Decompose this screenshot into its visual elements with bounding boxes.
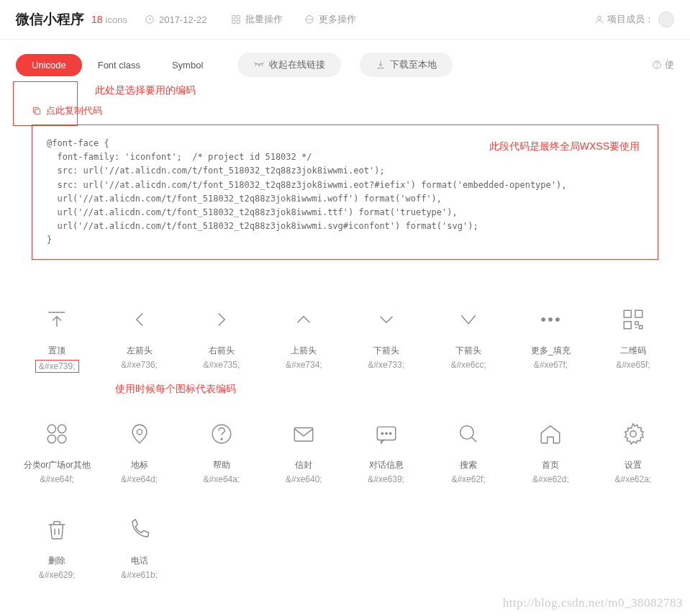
icon-grid-row1: 置顶 &#xe739; 左箭头 &#xe736; 右箭头 &#xe735; 上箭… bbox=[0, 274, 690, 380]
icon-count-label: icons bbox=[106, 14, 127, 25]
icon-envelope[interactable]: 信封 &#xe640; bbox=[263, 417, 345, 484]
icon-pin-top[interactable]: 置顶 &#xe739; bbox=[16, 303, 98, 373]
svg-rect-16 bbox=[624, 310, 631, 317]
icon-settings[interactable]: 设置 &#xe62a; bbox=[592, 417, 674, 484]
icon-count: 18 bbox=[91, 14, 103, 25]
category-icon bbox=[45, 417, 69, 450]
svg-rect-1 bbox=[232, 16, 235, 19]
svg-point-32 bbox=[630, 430, 637, 437]
dots-icon bbox=[538, 303, 563, 336]
more-icon bbox=[304, 14, 314, 24]
icon-arrow-down[interactable]: 下箭头 &#xe733; bbox=[345, 303, 427, 373]
message-icon bbox=[374, 417, 399, 450]
chevron-up-icon bbox=[291, 303, 316, 336]
watermark: http://blog.csdn.net/m0_38082783 bbox=[503, 596, 683, 609]
collapse-link-button[interactable]: 收起在线链接 bbox=[237, 53, 341, 77]
grid-icon bbox=[231, 14, 241, 24]
more-button[interactable]: 更多操作 bbox=[304, 13, 356, 26]
user-icon bbox=[594, 14, 604, 24]
svg-point-6 bbox=[307, 19, 308, 20]
copy-code-button[interactable]: 点此复制代码 bbox=[0, 104, 690, 124]
header-bar: 微信小程序 18 icons 2017-12-22 批量操作 更多操作 项目成员… bbox=[0, 0, 690, 40]
trash-icon bbox=[45, 513, 69, 546]
help-icon bbox=[209, 417, 234, 450]
svg-rect-26 bbox=[295, 427, 314, 440]
svg-point-20 bbox=[58, 425, 66, 432]
svg-point-22 bbox=[58, 435, 66, 443]
svg-point-14 bbox=[549, 317, 553, 322]
icon-message[interactable]: 对话信息 &#xe639; bbox=[345, 417, 427, 484]
caret-down-icon bbox=[456, 303, 481, 336]
eye-closed-icon bbox=[253, 61, 265, 68]
tab-symbol[interactable]: Symbol bbox=[156, 54, 219, 76]
svg-point-19 bbox=[47, 425, 55, 432]
download-button[interactable]: 下载至本地 bbox=[360, 53, 453, 77]
svg-point-25 bbox=[221, 438, 222, 440]
svg-point-31 bbox=[460, 425, 473, 438]
annotation-icon-code: 使用时候每个图标代表编码 bbox=[115, 383, 690, 396]
avatar bbox=[658, 12, 674, 27]
copy-icon bbox=[32, 106, 42, 116]
icon-location[interactable]: 地标 &#xe64d; bbox=[98, 417, 180, 484]
svg-rect-3 bbox=[232, 20, 235, 23]
gear-icon bbox=[621, 417, 645, 450]
search-icon bbox=[456, 417, 481, 450]
location-icon bbox=[127, 417, 152, 450]
tab-unicode[interactable]: Unicode bbox=[16, 54, 82, 76]
pin-top-icon bbox=[45, 303, 69, 336]
icon-phone[interactable]: 电话 &#xe61b; bbox=[98, 513, 180, 580]
action-row: Unicode Font class Symbol 收起在线链接 下载至本地 使 bbox=[0, 40, 690, 83]
svg-point-28 bbox=[381, 432, 383, 434]
icon-arrow-down-alt[interactable]: 下箭头 &#xe6cc; bbox=[427, 303, 509, 373]
icon-category[interactable]: 分类or广场or其他 &#xe64f; bbox=[16, 417, 98, 484]
clock-icon bbox=[145, 14, 155, 24]
svg-point-8 bbox=[312, 19, 312, 20]
download-icon bbox=[376, 60, 386, 70]
icon-arrow-left[interactable]: 左箭头 &#xe736; bbox=[98, 303, 180, 373]
icon-search[interactable]: 搜索 &#xe62f; bbox=[427, 417, 509, 484]
phone-icon bbox=[127, 513, 152, 546]
svg-point-9 bbox=[598, 16, 602, 19]
svg-point-21 bbox=[47, 435, 55, 443]
question-icon bbox=[652, 60, 662, 70]
svg-point-23 bbox=[137, 429, 142, 434]
icon-delete[interactable]: 删除 &#xe629; bbox=[16, 513, 98, 580]
annotation-tabs: 此处是选择要用的编码 bbox=[95, 84, 690, 97]
tab-fontclass[interactable]: Font class bbox=[82, 54, 156, 76]
date: 2017-12-22 bbox=[145, 14, 207, 25]
svg-point-29 bbox=[386, 432, 387, 434]
chevron-down-icon bbox=[374, 303, 399, 336]
help-button[interactable]: 使 bbox=[652, 58, 674, 71]
project-members[interactable]: 项目成员： bbox=[594, 12, 674, 27]
annotation-code: 此段代码是最终全局WXSS要使用 bbox=[489, 140, 640, 153]
icon-help[interactable]: 帮助 &#xe64a; bbox=[181, 417, 263, 484]
home-icon bbox=[538, 417, 563, 450]
svg-rect-4 bbox=[237, 20, 240, 23]
svg-point-11 bbox=[657, 67, 658, 68]
svg-rect-17 bbox=[635, 310, 643, 317]
project-title: 微信小程序 bbox=[16, 10, 84, 29]
icon-arrow-up[interactable]: 上箭头 &#xe734; bbox=[263, 303, 345, 373]
icon-home[interactable]: 首页 &#xe62d; bbox=[509, 417, 591, 484]
svg-rect-12 bbox=[35, 109, 40, 114]
svg-rect-18 bbox=[624, 321, 631, 328]
batch-button[interactable]: 批量操作 bbox=[231, 13, 283, 26]
chevron-right-icon bbox=[209, 303, 234, 336]
svg-rect-2 bbox=[237, 16, 240, 19]
icon-qrcode[interactable]: 二维码 &#xe65f; bbox=[592, 303, 674, 373]
icon-code-highlighted: &#xe739; bbox=[35, 360, 79, 373]
svg-point-7 bbox=[309, 19, 310, 20]
svg-point-30 bbox=[389, 432, 391, 434]
icon-arrow-right[interactable]: 右箭头 &#xe735; bbox=[181, 303, 263, 373]
svg-point-15 bbox=[556, 317, 560, 322]
svg-point-13 bbox=[542, 317, 546, 322]
qrcode-icon bbox=[621, 303, 645, 336]
chevron-left-icon bbox=[127, 303, 152, 336]
icon-grid-row2: 分类or广场or其他 &#xe64f; 地标 &#xe64d; 帮助 &#xe6… bbox=[0, 396, 690, 492]
envelope-icon bbox=[291, 417, 316, 450]
icon-more-fill[interactable]: 更多_填充 &#xe67f; bbox=[509, 303, 591, 373]
icon-grid-row3: 删除 &#xe629; 电话 &#xe61b; bbox=[0, 492, 690, 609]
